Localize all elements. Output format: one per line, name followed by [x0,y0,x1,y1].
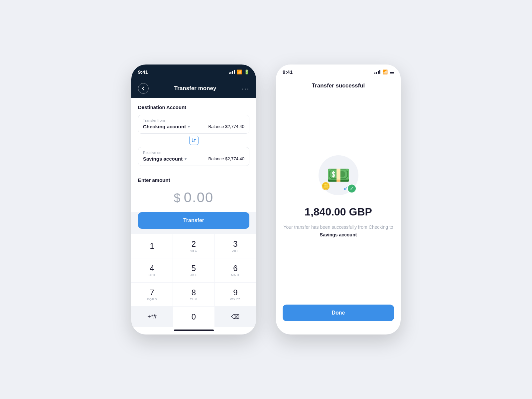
transfer-from-label: Transfer from [143,118,244,122]
battery-icon-right: ▬ [390,69,394,74]
key-backspace[interactable]: ⌫ [215,307,256,327]
nav-bar-left: Transfer money ··· [131,79,256,98]
done-btn-wrap: Done [276,305,401,334]
back-button[interactable] [138,83,149,94]
destination-section: Destination Account Transfer from Checki… [131,98,256,171]
phone-body-left: Destination Account Transfer from Checki… [131,98,256,334]
key-4[interactable]: 4GHI [131,258,173,282]
right-phone: 9:41 📶 ▬ Transfer successful 💵 🪙 ↙ ✓ 1,8… [276,65,401,334]
swap-button[interactable] [138,134,249,147]
key-9[interactable]: 9WXYZ [215,283,256,307]
amount-value: 0.00 [184,190,214,205]
key-3[interactable]: 3DEF [215,234,256,258]
key-7[interactable]: 7PQRS [131,283,173,307]
signal-icon-right [374,70,380,74]
nav-title-left: Transfer money [174,85,216,92]
money-icon: 💵 [327,164,350,186]
transfer-from-row[interactable]: Transfer from Checking account ▾ Balance… [138,115,249,134]
amount-display: $0.00 [138,190,249,205]
receive-on-balance: Balance $2,774.40 [208,156,244,161]
key-1[interactable]: 1 [131,234,173,258]
enter-amount-title: Enter amount [138,177,249,183]
status-bar-left: 9:41 📶 🔋 [131,65,256,79]
numpad: 1 2ABC 3DEF 4GHI 5JKL 6MNO 7PQRS 8TUV 9W… [131,234,256,327]
more-button[interactable]: ··· [242,85,249,92]
key-6[interactable]: 6MNO [215,258,256,282]
receive-on-account[interactable]: Savings account ▾ [143,156,187,162]
receive-on-row[interactable]: Receive on Savings account ▾ Balance $2,… [138,147,249,166]
transfer-from-balance: Balance $2,774.40 [208,124,244,129]
key-0[interactable]: 0 [173,307,214,327]
success-icon-wrap: 💵 🪙 ↙ ✓ [319,155,358,195]
key-special[interactable]: +*# [131,307,173,327]
home-indicator-left [131,327,256,334]
key-2[interactable]: 2ABC [173,234,214,258]
key-8[interactable]: 8TUV [173,283,214,307]
transfer-from-account[interactable]: Checking account ▾ [143,124,190,129]
transfer-amount: 1,840.00 GBP [305,206,372,218]
status-bar-right: 9:41 📶 ▬ [276,65,401,79]
status-time-right: 9:41 [283,69,293,75]
enter-amount-section: Enter amount $0.00 [131,171,256,212]
home-bar [174,330,214,331]
done-button[interactable]: Done [283,305,394,321]
swap-icon [189,136,199,145]
wifi-icon-right: 📶 [382,69,388,74]
status-icons-left: 📶 🔋 [229,69,249,74]
signal-icon [229,70,235,74]
success-header: Transfer successful [276,79,401,89]
success-body: 💵 🪙 ↙ ✓ 1,840.00 GBP Your transfer has b… [276,89,401,305]
coin-icon: 🪙 [321,182,330,191]
status-icons-right: 📶 ▬ [374,69,394,74]
key-5[interactable]: 5JKL [173,258,214,282]
wifi-icon: 📶 [237,69,242,74]
check-badge: ✓ [347,184,356,193]
battery-icon: 🔋 [244,69,249,74]
receive-on-label: Receive on [143,151,244,155]
transfer-description: Your transfer has been successfully from… [283,223,393,238]
dollar-sign: $ [174,191,181,205]
chevron-icon-to: ▾ [185,157,187,161]
chevron-icon-from: ▾ [188,124,190,129]
status-time-left: 9:41 [138,69,148,75]
left-phone: 9:41 📶 🔋 Transfer money ··· Destination … [131,65,256,334]
transfer-button[interactable]: Transfer [138,212,249,229]
destination-title: Destination Account [138,104,249,110]
